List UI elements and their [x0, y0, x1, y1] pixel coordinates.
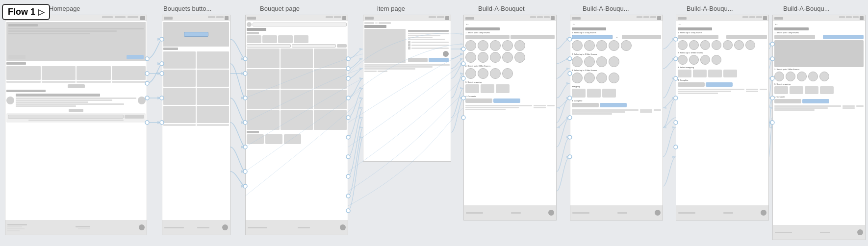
frame-label-bab1: Build-A-Bouquet: [478, 5, 525, 12]
frame-label-bab3: Build-A-Bouqu...: [687, 5, 733, 12]
frame-label-bouquets-btn: Bouquets butto...: [163, 5, 211, 12]
bouquets-btn-frame: [162, 15, 230, 235]
cursor-icon: ▷: [38, 7, 44, 17]
frame-label-homepage: Homepage: [49, 5, 80, 12]
bab1-frame: ← 1. Select up to 5 key flowers 2. Selec…: [463, 15, 557, 221]
frame-label-bab4: Build-A-Bouqu...: [783, 5, 830, 12]
bab4-frame: ← 1. Select up to 5 key flowers 2. Selec…: [772, 15, 866, 240]
flow-label[interactable]: Flow 1 ▷: [2, 4, 50, 20]
bouquet-page-frame: [245, 15, 348, 235]
frame-label-bouquet-page: Bouquet page: [260, 5, 300, 12]
flow-title: Flow 1: [8, 7, 35, 17]
frame-label-item-page: item page: [377, 5, 405, 12]
homepage-frame: [5, 15, 147, 235]
item-page-frame: [363, 15, 451, 162]
bab2-frame: ← 1. Select up to 5 key flowers or 2. Se…: [570, 15, 663, 221]
frame-label-bab2: Build-A-Bouqu...: [583, 5, 629, 12]
bab3-frame: ← 1. Select up to 5 key flowers 2. Selec…: [676, 15, 769, 221]
